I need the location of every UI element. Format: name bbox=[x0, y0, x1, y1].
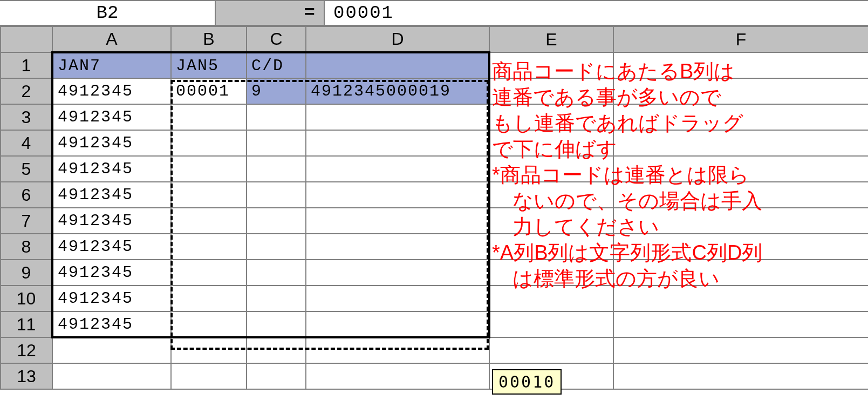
formula-input[interactable]: 00001 bbox=[324, 1, 868, 25]
cell-E2[interactable] bbox=[489, 78, 613, 104]
select-all-corner[interactable] bbox=[1, 26, 52, 52]
cell-A9[interactable]: 4912345 bbox=[52, 260, 171, 286]
cell-B12[interactable] bbox=[171, 337, 247, 363]
cell-D6[interactable] bbox=[306, 182, 489, 208]
cell-B10[interactable] bbox=[171, 286, 247, 311]
cell-B13[interactable] bbox=[171, 363, 247, 389]
cell-E9[interactable] bbox=[489, 260, 613, 286]
cell-C1[interactable]: C/D bbox=[247, 52, 306, 78]
cell-E1[interactable] bbox=[489, 52, 613, 78]
cell-F11[interactable] bbox=[613, 311, 868, 337]
cell-E4[interactable] bbox=[489, 130, 613, 156]
cell-A5[interactable]: 4912345 bbox=[52, 156, 171, 182]
name-box[interactable]: B2 bbox=[0, 1, 216, 25]
cell-E8[interactable] bbox=[489, 234, 613, 260]
cell-C13[interactable] bbox=[247, 363, 306, 389]
cell-A2[interactable]: 4912345 bbox=[52, 78, 171, 104]
cell-C4[interactable] bbox=[247, 130, 306, 156]
cell-B4[interactable] bbox=[171, 130, 247, 156]
cell-A6[interactable]: 4912345 bbox=[52, 182, 171, 208]
cell-D2[interactable]: 4912345000019 bbox=[306, 78, 489, 104]
cell-B9[interactable] bbox=[171, 260, 247, 286]
cell-D8[interactable] bbox=[306, 234, 489, 260]
spreadsheet-grid[interactable]: A B C D E F 1 JAN7 JAN5 C/D 2 4912345 00… bbox=[0, 26, 868, 414]
row-header-5[interactable]: 5 bbox=[1, 156, 52, 182]
col-header-D[interactable]: D bbox=[306, 26, 489, 52]
cell-F3[interactable] bbox=[613, 104, 868, 130]
row-header-13[interactable]: 13 bbox=[1, 363, 52, 389]
cell-C5[interactable] bbox=[247, 156, 306, 182]
cell-E10[interactable] bbox=[489, 286, 613, 311]
cell-A12[interactable] bbox=[52, 337, 171, 363]
col-header-E[interactable]: E bbox=[489, 26, 613, 52]
row-header-12[interactable]: 12 bbox=[1, 337, 52, 363]
cell-F1[interactable] bbox=[613, 52, 868, 78]
cell-B11[interactable] bbox=[171, 311, 247, 337]
cell-E11[interactable] bbox=[489, 311, 613, 337]
cell-E12[interactable] bbox=[489, 337, 613, 363]
cell-D3[interactable] bbox=[306, 104, 489, 130]
cell-C11[interactable] bbox=[247, 311, 306, 337]
cell-A7[interactable]: 4912345 bbox=[52, 208, 171, 234]
cell-D11[interactable] bbox=[306, 311, 489, 337]
row-header-10[interactable]: 10 bbox=[1, 286, 52, 311]
cell-D12[interactable] bbox=[306, 337, 489, 363]
cell-A4[interactable]: 4912345 bbox=[52, 130, 171, 156]
cell-B5[interactable] bbox=[171, 156, 247, 182]
cell-F4[interactable] bbox=[613, 130, 868, 156]
cell-D13[interactable] bbox=[306, 363, 489, 389]
row-header-8[interactable]: 8 bbox=[1, 234, 52, 260]
row-header-9[interactable]: 9 bbox=[1, 260, 52, 286]
cell-B6[interactable] bbox=[171, 182, 247, 208]
cell-C2[interactable]: 9 bbox=[247, 78, 306, 104]
cell-A10[interactable]: 4912345 bbox=[52, 286, 171, 311]
cell-D1[interactable] bbox=[306, 52, 489, 78]
cell-B8[interactable] bbox=[171, 234, 247, 260]
cell-E3[interactable] bbox=[489, 104, 613, 130]
cell-C12[interactable] bbox=[247, 337, 306, 363]
cell-B1[interactable]: JAN5 bbox=[171, 52, 247, 78]
cell-F2[interactable] bbox=[613, 78, 868, 104]
cell-B2[interactable]: 00001 bbox=[171, 78, 247, 104]
cell-D9[interactable] bbox=[306, 260, 489, 286]
cell-D7[interactable] bbox=[306, 208, 489, 234]
cell-C6[interactable] bbox=[247, 182, 306, 208]
row-header-6[interactable]: 6 bbox=[1, 182, 52, 208]
cell-F6[interactable] bbox=[613, 182, 868, 208]
row-header-4[interactable]: 4 bbox=[1, 130, 52, 156]
cell-F10[interactable] bbox=[613, 286, 868, 311]
cell-A13[interactable] bbox=[52, 363, 171, 389]
cell-C7[interactable] bbox=[247, 208, 306, 234]
col-header-C[interactable]: C bbox=[247, 26, 306, 52]
cell-E5[interactable] bbox=[489, 156, 613, 182]
cell-B7[interactable] bbox=[171, 208, 247, 234]
cell-D5[interactable] bbox=[306, 156, 489, 182]
cell-E6[interactable] bbox=[489, 182, 613, 208]
cell-F13[interactable] bbox=[613, 363, 868, 389]
cell-A11[interactable]: 4912345 bbox=[52, 311, 171, 337]
cell-E7[interactable] bbox=[489, 208, 613, 234]
cell-F7[interactable] bbox=[613, 208, 868, 234]
cell-C3[interactable] bbox=[247, 104, 306, 130]
cell-C9[interactable] bbox=[247, 260, 306, 286]
row-header-2[interactable]: 2 bbox=[1, 78, 52, 104]
cell-B3[interactable] bbox=[171, 104, 247, 130]
row-header-3[interactable]: 3 bbox=[1, 104, 52, 130]
row-header-7[interactable]: 7 bbox=[1, 208, 52, 234]
col-header-F[interactable]: F bbox=[613, 26, 868, 52]
cell-C10[interactable] bbox=[247, 286, 306, 311]
cell-F5[interactable] bbox=[613, 156, 868, 182]
cell-A8[interactable]: 4912345 bbox=[52, 234, 171, 260]
row-header-1[interactable]: 1 bbox=[1, 52, 52, 78]
cell-A3[interactable]: 4912345 bbox=[52, 104, 171, 130]
cell-A1[interactable]: JAN7 bbox=[52, 52, 171, 78]
cell-C8[interactable] bbox=[247, 234, 306, 260]
cell-D10[interactable] bbox=[306, 286, 489, 311]
cell-F8[interactable] bbox=[613, 234, 868, 260]
cell-F9[interactable] bbox=[613, 260, 868, 286]
col-header-B[interactable]: B bbox=[171, 26, 247, 52]
cell-F12[interactable] bbox=[613, 337, 868, 363]
cell-D4[interactable] bbox=[306, 130, 489, 156]
col-header-A[interactable]: A bbox=[52, 26, 171, 52]
row-header-11[interactable]: 11 bbox=[1, 311, 52, 337]
